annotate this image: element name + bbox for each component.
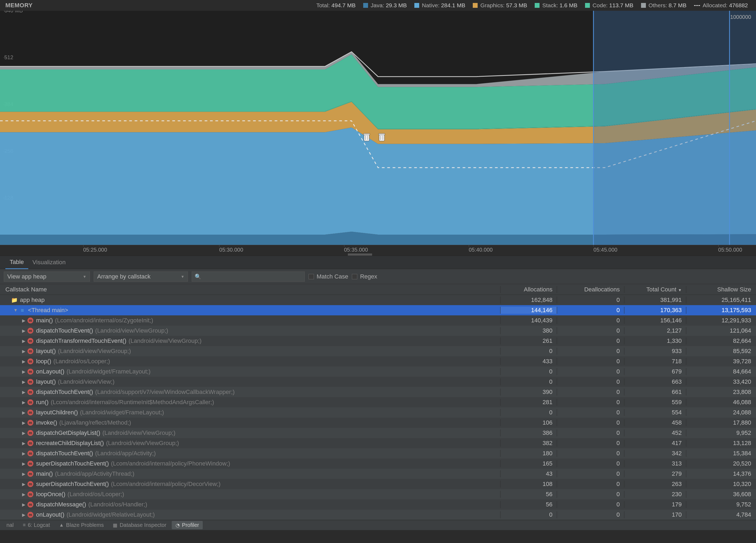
cell-dealloc: 0 — [557, 491, 624, 498]
chevron-right-icon[interactable] — [22, 482, 26, 487]
cell-shallow: 4,784 — [686, 511, 756, 518]
table-row[interactable]: mdispatchTouchEvent()(Landroid/app/Activ… — [0, 448, 756, 458]
cell-alloc: 0 — [500, 409, 557, 416]
class-search-input[interactable] — [203, 273, 302, 280]
heap-select-combo[interactable]: View app heap ▼ — [4, 272, 90, 282]
table-row[interactable]: minvoke()(Ljava/lang/reflect/Method;)106… — [0, 418, 756, 428]
table-row[interactable]: msuperDispatchTouchEvent()(Lcom/android/… — [0, 479, 756, 489]
cell-dealloc: 0 — [557, 501, 624, 508]
chevron-right-icon[interactable] — [22, 502, 26, 507]
tab-visualization[interactable]: Visualization — [28, 256, 70, 269]
cell-total: 263 — [624, 481, 686, 488]
chevron-right-icon[interactable] — [22, 318, 26, 323]
method-name: layout() — [36, 348, 56, 355]
col-header-alloc[interactable]: Allocations — [500, 286, 557, 293]
table-row[interactable]: mrun()(Lcom/android/internal/os/RuntimeI… — [0, 397, 756, 407]
tab-table[interactable]: Table — [5, 256, 28, 269]
class-name: (Landroid/widget/RelativeLayout;) — [67, 511, 155, 518]
table-row[interactable]: mlayoutChildren()(Landroid/widget/FrameL… — [0, 407, 756, 418]
table-row[interactable]: mlayout()(Landroid/view/View;)0066333,42… — [0, 377, 756, 387]
col-header-total[interactable]: Total Count▼ — [624, 286, 686, 293]
chevron-right-icon[interactable] — [22, 492, 26, 497]
legend-item-graphics: Graphics: 57.3 MB — [473, 2, 527, 9]
method-name: main() — [36, 317, 53, 324]
method-icon: m — [27, 328, 33, 334]
table-row[interactable]: monLayout()(Landroid/widget/RelativeLayo… — [0, 510, 756, 520]
table-row[interactable]: mmain()(Landroid/app/ActivityThread;)430… — [0, 469, 756, 479]
chevron-right-icon[interactable] — [22, 359, 26, 364]
gc-icon — [363, 134, 370, 141]
chevron-down-icon[interactable] — [13, 308, 18, 313]
time-scroll-thumb[interactable] — [348, 254, 372, 256]
callstack-table: Callstack Name Allocations Deallocations… — [0, 284, 756, 520]
toolwindow-profiler[interactable]: ◔Profiler — [172, 521, 203, 529]
swatch-icon — [535, 3, 540, 8]
method-name: dispatchTouchEvent() — [36, 388, 93, 395]
selection-overlay[interactable] — [593, 11, 756, 245]
chevron-right-icon[interactable] — [22, 430, 26, 436]
method-icon: m — [27, 338, 33, 344]
class-name: (Landroid/view/ViewGroup;) — [106, 440, 179, 447]
time-axis[interactable]: 05:25.00005:30.00005:35.00005:40.00005:4… — [0, 245, 756, 256]
table-row[interactable]: mdispatchTransformedTouchEvent()(Landroi… — [0, 336, 756, 346]
cell-alloc: 106 — [500, 419, 557, 426]
col-header-dealloc[interactable]: Deallocations — [557, 286, 624, 293]
chevron-right-icon[interactable] — [22, 441, 26, 446]
col-header-shallow[interactable]: Shallow Size — [686, 286, 756, 293]
table-row[interactable]: mdispatchGetDisplayList()(Landroid/view/… — [0, 428, 756, 438]
table-row[interactable]: mloopOnce()(Landroid/os/Looper;)56023036… — [0, 489, 756, 499]
table-row[interactable]: 📁app heap162,8480381,99125,165,411 — [0, 295, 756, 305]
table-row[interactable]: msuperDispatchTouchEvent()(Lcom/android/… — [0, 458, 756, 469]
memory-chart[interactable]: 128256384512640 MB 1000000 — [0, 11, 756, 245]
regex-checkbox[interactable]: Regex — [352, 273, 377, 280]
arrange-label: Arrange by callstack — [97, 273, 151, 280]
chevron-right-icon[interactable] — [22, 349, 26, 354]
cell-alloc: 0 — [500, 378, 557, 385]
table-row[interactable]: mmain()(Lcom/android/internal/os/ZygoteI… — [0, 315, 756, 325]
toolwindow-blaze[interactable]: ▲Blaze Problems — [55, 521, 108, 529]
checkbox-icon — [309, 274, 314, 279]
svg-rect-10 — [379, 135, 384, 141]
col-header-name[interactable]: Callstack Name — [0, 286, 500, 293]
chevron-right-icon[interactable] — [22, 420, 26, 425]
chevron-right-icon[interactable] — [22, 379, 26, 384]
chevron-right-icon[interactable] — [22, 410, 26, 415]
chevron-right-icon[interactable] — [22, 400, 26, 405]
table-row[interactable]: mdispatchTouchEvent()(Landroid/support/v… — [0, 387, 756, 397]
toolwindow-nal[interactable]: nal — [3, 521, 17, 529]
cell-total: 156,146 — [624, 317, 686, 324]
chevron-right-icon[interactable] — [22, 328, 26, 333]
chevron-right-icon[interactable] — [22, 461, 26, 466]
toolwindow-logcat[interactable]: ≡6: Logcat — [19, 521, 54, 529]
chevron-right-icon[interactable] — [22, 512, 26, 517]
table-row[interactable]: monLayout()(Landroid/widget/FrameLayout;… — [0, 366, 756, 377]
legend-item-total: Total: 494.7 MB — [316, 2, 356, 9]
method-icon: m — [27, 420, 33, 426]
table-row[interactable]: mloop()(Landroid/os/Looper;)433071839,72… — [0, 356, 756, 366]
cell-dealloc: 0 — [557, 358, 624, 365]
method-name: layout() — [36, 378, 56, 385]
method-name: dispatchTouchEvent() — [36, 327, 93, 334]
chevron-right-icon[interactable] — [22, 369, 26, 374]
chevron-right-icon[interactable] — [22, 390, 26, 395]
cell-total: 661 — [624, 388, 686, 395]
chevron-right-icon[interactable] — [22, 471, 26, 476]
arrange-combo[interactable]: Arrange by callstack ▼ — [94, 272, 188, 282]
thread-icon: ≡ — [19, 307, 25, 313]
toolwindow-db[interactable]: ▦Database Inspector — [109, 521, 170, 529]
table-row[interactable]: mdispatchTouchEvent()(Landroid/view/View… — [0, 325, 756, 336]
cell-dealloc: 0 — [557, 511, 624, 518]
table-row[interactable]: mlayout()(Landroid/view/ViewGroup;)00933… — [0, 346, 756, 356]
class-search-box[interactable]: 🔍 — [192, 272, 305, 282]
class-name: (Landroid/widget/FrameLayout;) — [67, 368, 151, 375]
table-row[interactable]: mrecreateChildDisplayList()(Landroid/vie… — [0, 438, 756, 448]
table-row[interactable]: mdispatchMessage()(Landroid/os/Handler;)… — [0, 499, 756, 510]
chevron-right-icon[interactable] — [22, 338, 26, 343]
method-name: loop() — [36, 358, 51, 365]
match-case-checkbox[interactable]: Match Case — [309, 273, 348, 280]
cell-dealloc: 0 — [557, 378, 624, 385]
table-header-row[interactable]: Callstack Name Allocations Deallocations… — [0, 284, 756, 295]
checkbox-icon — [352, 274, 357, 279]
table-row[interactable]: ≡<Thread main>144,1460170,36313,175,593 — [0, 305, 756, 315]
chevron-right-icon[interactable] — [22, 451, 26, 456]
